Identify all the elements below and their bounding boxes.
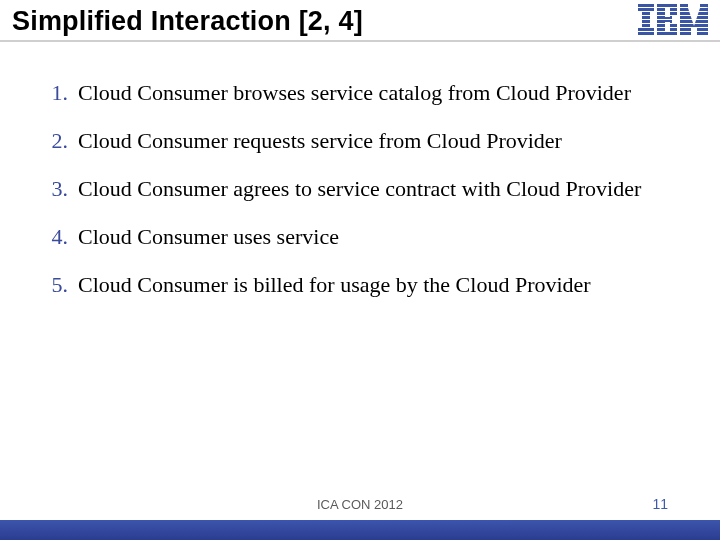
slide-title: Simplified Interaction [2, 4] xyxy=(12,6,363,37)
list-item: 1. Cloud Consumer browses service catalo… xyxy=(40,80,692,106)
svg-rect-12 xyxy=(665,8,670,17)
svg-rect-7 xyxy=(638,32,708,35)
svg-rect-8 xyxy=(654,4,657,35)
body: 1. Cloud Consumer browses service catalo… xyxy=(0,42,720,298)
list-text: Cloud Consumer browses service catalog f… xyxy=(78,80,631,106)
list-number: 3. xyxy=(40,176,68,202)
svg-rect-17 xyxy=(691,28,697,35)
list-number: 4. xyxy=(40,224,68,250)
slide: Simplified Interaction [2, 4] xyxy=(0,0,720,540)
list-text: Cloud Consumer agrees to service contrac… xyxy=(78,176,641,202)
svg-rect-10 xyxy=(638,12,642,27)
svg-rect-13 xyxy=(665,22,670,31)
svg-rect-5 xyxy=(638,24,708,27)
svg-text:®: ® xyxy=(706,7,708,13)
list-item: 4. Cloud Consumer uses service xyxy=(40,224,692,250)
svg-rect-9 xyxy=(677,4,680,35)
list-number: 2. xyxy=(40,128,68,154)
list-item: 5. Cloud Consumer is billed for usage by… xyxy=(40,272,692,298)
ibm-logo-icon: ® xyxy=(638,4,708,38)
svg-rect-6 xyxy=(638,28,708,31)
list-number: 1. xyxy=(40,80,68,106)
svg-rect-11 xyxy=(650,12,654,27)
footer-caption: ICA CON 2012 xyxy=(0,497,720,512)
numbered-list: 1. Cloud Consumer browses service catalo… xyxy=(40,80,692,298)
brand-logo: ® xyxy=(638,4,708,38)
header: Simplified Interaction [2, 4] xyxy=(0,0,720,40)
page-number: 11 xyxy=(652,496,668,512)
list-text: Cloud Consumer is billed for usage by th… xyxy=(78,272,591,298)
footer-bar xyxy=(0,520,720,540)
list-item: 2. Cloud Consumer requests service from … xyxy=(40,128,692,154)
list-text: Cloud Consumer requests service from Clo… xyxy=(78,128,562,154)
svg-rect-14 xyxy=(672,16,677,23)
list-number: 5. xyxy=(40,272,68,298)
list-text: Cloud Consumer uses service xyxy=(78,224,339,250)
list-item: 3. Cloud Consumer agrees to service cont… xyxy=(40,176,692,202)
